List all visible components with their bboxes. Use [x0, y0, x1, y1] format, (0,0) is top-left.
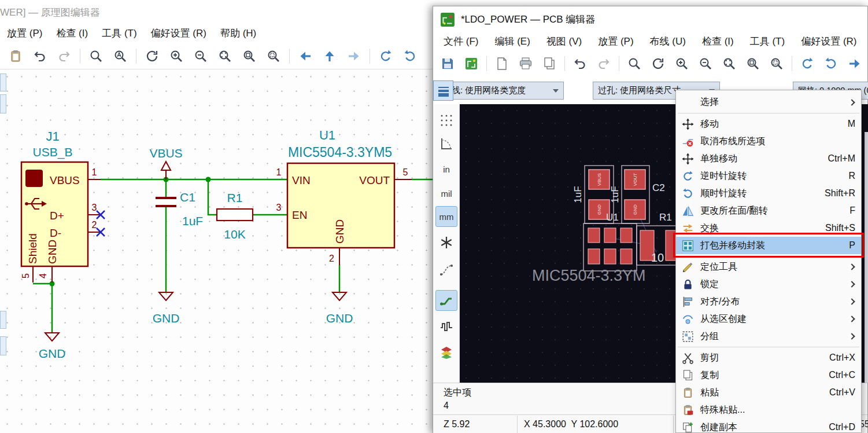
sch-menu-help[interactable]: 帮助 (H) — [218, 25, 258, 41]
zoom-fit-icon[interactable] — [721, 55, 738, 72]
zoom-page-icon[interactable] — [241, 47, 258, 65]
status-divider — [517, 416, 518, 433]
context-menu-item-copy[interactable]: 复制 Ctrl+C — [676, 366, 861, 384]
submenu-arrow-icon — [848, 281, 855, 287]
context-menu-item-paste-special[interactable]: 特殊粘贴... — [676, 401, 861, 419]
rotate-cw-icon — [681, 186, 695, 200]
zoom-fit-icon[interactable] — [216, 47, 234, 65]
zoom-selection-icon[interactable] — [265, 47, 282, 65]
pcb-menu-view[interactable]: 视图 (V) — [544, 34, 584, 49]
desktop: WER] — 原理图编辑器 放置 (P) 检查 (I) 工具 (T) 偏好设置 … — [0, 0, 868, 433]
c2-pad-net-label: GND — [633, 204, 638, 215]
grid-settings-icon[interactable] — [435, 110, 457, 131]
create-from-selection-icon — [681, 312, 695, 326]
pcb-titlebar[interactable]: *LDO_POWER — PCB 编辑器 — [433, 6, 867, 32]
zoom-selection-icon[interactable] — [768, 55, 785, 72]
route-tracks-icon[interactable] — [435, 290, 457, 311]
context-menu-item-group[interactable]: 分组 — [676, 328, 861, 345]
context-menu-item-align-distribute[interactable]: 对齐/分布 — [676, 293, 861, 310]
context-menu-item-rotate-cw[interactable]: 顺时针旋转 Shift+R — [676, 185, 861, 202]
unit-mm-button[interactable]: mm — [435, 206, 457, 227]
nav-up-icon[interactable] — [321, 47, 338, 65]
nav-forward-icon[interactable] — [345, 47, 363, 65]
track-width-icon-button[interactable] — [433, 80, 453, 101]
find-icon[interactable] — [87, 47, 105, 65]
nav-forward-icon[interactable] — [846, 55, 863, 72]
context-menu-item-paste[interactable]: 粘贴 Ctrl+V — [676, 384, 861, 401]
undo-icon[interactable] — [571, 55, 589, 72]
context-menu-item-lock[interactable]: 锁定 — [676, 276, 861, 293]
blank-icon — [681, 96, 695, 109]
schematic-left-toolbar-fragment[interactable] — [0, 74, 6, 91]
sch-menu-tools[interactable]: 工具 (T) — [99, 25, 139, 41]
pcb-menu-inspect[interactable]: 检查 (I) — [700, 34, 736, 49]
context-menu-item-position-tools[interactable]: 定位工具 — [676, 258, 861, 276]
page-settings-icon[interactable] — [493, 55, 511, 72]
redo-icon[interactable] — [56, 47, 73, 65]
pcb-menu-preferences[interactable]: 偏好设置 (R) — [799, 34, 859, 49]
schematic-canvas[interactable] — [0, 69, 433, 433]
unroute-icon — [681, 134, 695, 148]
context-menu-item-duplicate[interactable]: 创建副本 Ctrl+D — [676, 419, 861, 433]
context-menu: 选择 移动 M 取消布线所选项 单独移动 Ctrl+M 逆时针旋转 R 顺时针旋… — [675, 90, 862, 433]
u1-footprint[interactable]: U1 MIC5504-3.3YM — [532, 212, 646, 284]
pcb-menu-place[interactable]: 放置 (P) — [596, 34, 636, 49]
pcb-menu-edit[interactable]: 编辑 (E) — [492, 34, 532, 49]
layer-display-icon[interactable] — [435, 342, 457, 363]
sch-menu-preferences[interactable]: 偏好设置 (R) — [149, 25, 209, 41]
pcb-menu-tools[interactable]: 工具 (T) — [748, 34, 787, 49]
zoom-in-icon[interactable] — [673, 55, 690, 72]
rotate-cw-icon[interactable] — [822, 55, 840, 72]
r1-ref-text: R1 — [659, 212, 672, 223]
rotate-ccw-icon[interactable] — [799, 55, 816, 72]
redo-icon[interactable] — [595, 55, 612, 72]
context-menu-item-unroute-selected[interactable]: 取消布线所选项 — [676, 133, 861, 150]
sch-menu-inspect[interactable]: 检查 (I) — [54, 25, 90, 41]
unit-inches-button[interactable]: in — [435, 159, 457, 179]
submenu-arrow-icon — [848, 298, 855, 304]
schematic-menubar: 放置 (P) 检查 (I) 工具 (T) 偏好设置 (R) 帮助 (H) — [0, 23, 433, 43]
cut-icon — [681, 351, 695, 365]
context-menu-item-select[interactable]: 选择 — [676, 90, 861, 111]
save-icon[interactable] — [439, 55, 456, 72]
unit-mils-button[interactable]: mil — [435, 183, 457, 204]
ratsnest-visibility-icon[interactable] — [435, 259, 457, 280]
find-replace-icon[interactable] — [112, 47, 129, 65]
refresh-icon[interactable] — [649, 55, 667, 72]
plot-icon[interactable] — [541, 55, 558, 72]
zoom-out-icon[interactable] — [192, 47, 209, 65]
context-menu-item-create-from-selection[interactable]: 从选区创建 — [676, 310, 861, 328]
schematic-left-toolbar-fragment[interactable] — [0, 311, 6, 329]
board-setup-icon[interactable] — [463, 55, 480, 72]
polar-coordinates-icon[interactable] — [435, 133, 457, 154]
context-menu-item-rotate-ccw[interactable]: 逆时针旋转 R — [676, 167, 861, 185]
zoom-objects-icon[interactable] — [744, 55, 762, 72]
rotate-ccw-icon[interactable] — [377, 47, 394, 65]
toolbar-separator — [289, 49, 290, 64]
refresh-icon[interactable] — [143, 47, 161, 65]
paste-icon[interactable] — [7, 47, 24, 65]
rotate-cw-icon[interactable] — [401, 47, 419, 65]
tune-length-icon[interactable] — [435, 316, 457, 337]
context-menu-item-flip[interactable]: 更改所在面/翻转 F — [676, 202, 861, 219]
canvas-scrollbar[interactable] — [865, 132, 868, 383]
paste-special-icon — [681, 403, 695, 417]
schematic-left-toolbar-fragment[interactable] — [0, 94, 6, 113]
context-menu-item-move[interactable]: 移动 M — [676, 115, 861, 133]
pcb-menu-file[interactable]: 文件 (F) — [441, 34, 481, 49]
context-menu-item-move-individually[interactable]: 单独移动 Ctrl+M — [676, 150, 861, 167]
snap-cursor-icon[interactable] — [435, 232, 457, 253]
pcb-menu-route[interactable]: 布线 (U) — [648, 34, 688, 49]
u1-value-text: MIC5504-3.3YM — [532, 267, 646, 284]
sch-menu-place[interactable]: 放置 (P) — [5, 25, 45, 41]
zoom-in-icon[interactable] — [168, 47, 185, 65]
print-icon[interactable] — [517, 55, 534, 72]
find-icon[interactable] — [626, 55, 643, 72]
schematic-left-toolbar-fragment[interactable] — [0, 336, 6, 355]
kicad-pcbnew-icon — [440, 12, 455, 27]
undo-icon[interactable] — [31, 47, 49, 65]
nav-back-icon[interactable] — [297, 47, 314, 65]
zoom-out-icon[interactable] — [697, 55, 714, 72]
track-width-dropdown[interactable]: 布线: 使用网络类宽度 — [438, 82, 564, 100]
context-menu-item-cut[interactable]: 剪切 Ctrl+X — [676, 349, 861, 366]
